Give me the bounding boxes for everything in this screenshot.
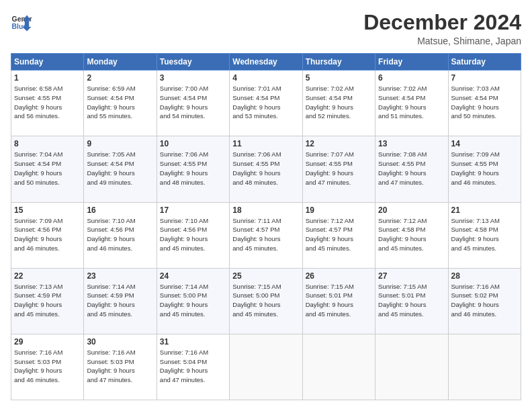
calendar-week-row: 29Sunrise: 7:16 AMSunset: 5:03 PMDayligh… — [11, 334, 521, 400]
weekday-header: Monday — [84, 54, 157, 71]
logo: General Blue — [11, 11, 32, 32]
cell-sun-info: Sunrise: 7:07 AMSunset: 4:55 PMDaylight:… — [306, 150, 372, 187]
page: General Blue December 2024 Matsue, Shima… — [0, 0, 532, 411]
calendar-cell: 2Sunrise: 6:59 AMSunset: 4:54 PMDaylight… — [84, 71, 157, 136]
day-number: 29 — [14, 337, 81, 347]
day-number: 21 — [451, 205, 518, 215]
day-number: 18 — [232, 205, 299, 215]
cell-sun-info: Sunrise: 7:02 AMSunset: 4:54 PMDaylight:… — [378, 84, 445, 121]
calendar-cell: 17Sunrise: 7:10 AMSunset: 4:56 PMDayligh… — [157, 202, 229, 268]
day-number: 26 — [306, 271, 372, 281]
calendar-cell: 11Sunrise: 7:06 AMSunset: 4:55 PMDayligh… — [230, 136, 302, 202]
calendar-cell: 27Sunrise: 7:15 AMSunset: 5:01 PMDayligh… — [375, 268, 448, 334]
calendar-cell: 24Sunrise: 7:14 AMSunset: 5:00 PMDayligh… — [157, 268, 229, 334]
day-number: 23 — [87, 271, 153, 281]
weekday-header: Thursday — [302, 54, 375, 71]
cell-sun-info: Sunrise: 7:12 AMSunset: 4:57 PMDaylight:… — [306, 216, 372, 253]
calendar-cell: 1Sunrise: 6:58 AMSunset: 4:55 PMDaylight… — [11, 71, 84, 136]
weekday-header: Friday — [375, 54, 448, 71]
calendar-cell: 9Sunrise: 7:05 AMSunset: 4:54 PMDaylight… — [84, 136, 157, 202]
cell-sun-info: Sunrise: 7:16 AMSunset: 5:02 PMDaylight:… — [451, 282, 518, 319]
calendar-table: SundayMondayTuesdayWednesdayThursdayFrid… — [11, 53, 521, 400]
calendar-cell: 30Sunrise: 7:16 AMSunset: 5:03 PMDayligh… — [84, 334, 157, 400]
calendar-cell: 14Sunrise: 7:09 AMSunset: 4:55 PMDayligh… — [448, 136, 521, 202]
cell-sun-info: Sunrise: 7:09 AMSunset: 4:56 PMDaylight:… — [14, 216, 81, 253]
calendar-cell: 16Sunrise: 7:10 AMSunset: 4:56 PMDayligh… — [84, 202, 157, 268]
cell-sun-info: Sunrise: 7:15 AMSunset: 5:00 PMDaylight:… — [232, 282, 299, 319]
calendar-subtitle: Matsue, Shimane, Japan — [363, 36, 521, 46]
calendar-cell: 28Sunrise: 7:16 AMSunset: 5:02 PMDayligh… — [448, 268, 521, 334]
day-number: 6 — [378, 73, 445, 83]
day-number: 12 — [306, 139, 372, 148]
cell-sun-info: Sunrise: 7:11 AMSunset: 4:57 PMDaylight:… — [232, 216, 299, 253]
day-number: 13 — [378, 139, 445, 148]
calendar-cell: 25Sunrise: 7:15 AMSunset: 5:00 PMDayligh… — [230, 268, 302, 334]
day-number: 1 — [14, 73, 81, 83]
day-number: 17 — [160, 205, 226, 215]
cell-sun-info: Sunrise: 7:00 AMSunset: 4:54 PMDaylight:… — [160, 84, 226, 121]
calendar-cell: 31Sunrise: 7:16 AMSunset: 5:04 PMDayligh… — [157, 334, 229, 400]
cell-sun-info: Sunrise: 6:58 AMSunset: 4:55 PMDaylight:… — [14, 84, 81, 121]
cell-sun-info: Sunrise: 7:15 AMSunset: 5:01 PMDaylight:… — [306, 282, 372, 319]
day-number: 20 — [378, 205, 445, 215]
cell-sun-info: Sunrise: 7:13 AMSunset: 4:58 PMDaylight:… — [451, 216, 518, 253]
cell-sun-info: Sunrise: 7:05 AMSunset: 4:54 PMDaylight:… — [87, 150, 153, 187]
day-number: 4 — [232, 73, 299, 83]
calendar-cell: 22Sunrise: 7:13 AMSunset: 4:59 PMDayligh… — [11, 268, 84, 334]
calendar-cell: 18Sunrise: 7:11 AMSunset: 4:57 PMDayligh… — [230, 202, 302, 268]
cell-sun-info: Sunrise: 7:13 AMSunset: 4:59 PMDaylight:… — [14, 282, 81, 319]
day-number: 8 — [14, 139, 81, 148]
calendar-cell: 10Sunrise: 7:06 AMSunset: 4:55 PMDayligh… — [157, 136, 229, 202]
calendar-cell — [448, 334, 521, 400]
day-number: 10 — [160, 139, 226, 148]
calendar-cell: 29Sunrise: 7:16 AMSunset: 5:03 PMDayligh… — [11, 334, 84, 400]
day-number: 9 — [87, 139, 153, 148]
cell-sun-info: Sunrise: 7:15 AMSunset: 5:01 PMDaylight:… — [378, 282, 445, 319]
calendar-cell: 21Sunrise: 7:13 AMSunset: 4:58 PMDayligh… — [448, 202, 521, 268]
day-number: 14 — [451, 139, 518, 148]
day-number: 16 — [87, 205, 153, 215]
calendar-cell: 19Sunrise: 7:12 AMSunset: 4:57 PMDayligh… — [302, 202, 375, 268]
calendar-cell: 8Sunrise: 7:04 AMSunset: 4:54 PMDaylight… — [11, 136, 84, 202]
cell-sun-info: Sunrise: 7:04 AMSunset: 4:54 PMDaylight:… — [14, 150, 81, 187]
calendar-cell: 20Sunrise: 7:12 AMSunset: 4:58 PMDayligh… — [375, 202, 448, 268]
logo-icon: General Blue — [11, 11, 32, 32]
cell-sun-info: Sunrise: 7:12 AMSunset: 4:58 PMDaylight:… — [378, 216, 445, 253]
calendar-cell: 7Sunrise: 7:03 AMSunset: 4:54 PMDaylight… — [448, 71, 521, 136]
calendar-week-row: 22Sunrise: 7:13 AMSunset: 4:59 PMDayligh… — [11, 268, 521, 334]
cell-sun-info: Sunrise: 7:08 AMSunset: 4:55 PMDaylight:… — [378, 150, 445, 187]
cell-sun-info: Sunrise: 7:16 AMSunset: 5:03 PMDaylight:… — [14, 348, 81, 385]
day-number: 5 — [306, 73, 372, 83]
cell-sun-info: Sunrise: 7:10 AMSunset: 4:56 PMDaylight:… — [87, 216, 153, 253]
day-number: 30 — [87, 337, 153, 347]
calendar-week-row: 1Sunrise: 6:58 AMSunset: 4:55 PMDaylight… — [11, 71, 521, 136]
day-number: 31 — [160, 337, 226, 347]
day-number: 27 — [378, 271, 445, 281]
calendar-cell: 6Sunrise: 7:02 AMSunset: 4:54 PMDaylight… — [375, 71, 448, 136]
calendar-cell: 12Sunrise: 7:07 AMSunset: 4:55 PMDayligh… — [302, 136, 375, 202]
day-number: 15 — [14, 205, 81, 215]
day-number: 24 — [160, 271, 226, 281]
day-number: 2 — [87, 73, 153, 83]
calendar-cell: 4Sunrise: 7:01 AMSunset: 4:54 PMDaylight… — [230, 71, 302, 136]
cell-sun-info: Sunrise: 7:09 AMSunset: 4:55 PMDaylight:… — [451, 150, 518, 187]
weekday-header: Saturday — [448, 54, 521, 71]
calendar-cell — [302, 334, 375, 400]
cell-sun-info: Sunrise: 7:01 AMSunset: 4:54 PMDaylight:… — [232, 84, 299, 121]
calendar-cell: 5Sunrise: 7:02 AMSunset: 4:54 PMDaylight… — [302, 71, 375, 136]
calendar-cell: 3Sunrise: 7:00 AMSunset: 4:54 PMDaylight… — [157, 71, 229, 136]
cell-sun-info: Sunrise: 7:16 AMSunset: 5:04 PMDaylight:… — [160, 348, 226, 385]
day-number: 11 — [232, 139, 299, 148]
weekday-header: Sunday — [11, 54, 84, 71]
calendar-title: December 2024 — [363, 11, 521, 34]
day-number: 19 — [306, 205, 372, 215]
cell-sun-info: Sunrise: 7:03 AMSunset: 4:54 PMDaylight:… — [451, 84, 518, 121]
cell-sun-info: Sunrise: 7:10 AMSunset: 4:56 PMDaylight:… — [160, 216, 226, 253]
cell-sun-info: Sunrise: 6:59 AMSunset: 4:54 PMDaylight:… — [87, 84, 153, 121]
day-number: 7 — [451, 73, 518, 83]
calendar-cell — [375, 334, 448, 400]
calendar-week-row: 15Sunrise: 7:09 AMSunset: 4:56 PMDayligh… — [11, 202, 521, 268]
calendar-cell: 23Sunrise: 7:14 AMSunset: 4:59 PMDayligh… — [84, 268, 157, 334]
weekday-header: Tuesday — [157, 54, 229, 71]
day-number: 22 — [14, 271, 81, 281]
